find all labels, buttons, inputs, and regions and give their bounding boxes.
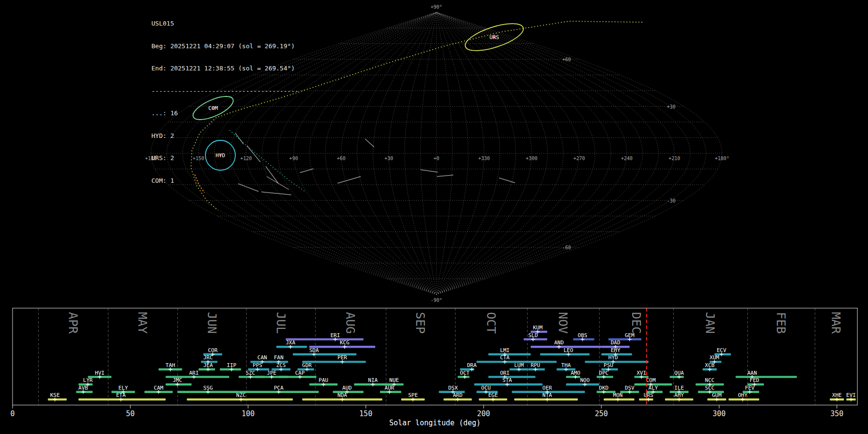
- shower-label: XCB: [705, 362, 715, 368]
- shower-bar: [540, 353, 590, 355]
- meridian-line: [436, 13, 579, 295]
- shower-label: CAN: [258, 354, 267, 361]
- shower-label: NZC: [236, 392, 246, 398]
- shower-label: GUM: [712, 392, 721, 398]
- meridian-line: [294, 13, 436, 295]
- lon-label: +180°: [715, 156, 729, 161]
- shower-label: DSV: [625, 385, 635, 391]
- shower-label: SCC: [705, 385, 715, 391]
- shower-label: FED: [750, 377, 760, 383]
- shower-label: ARD: [453, 392, 462, 398]
- shower-label: IIP: [227, 362, 236, 368]
- shower-label: ELY: [119, 385, 128, 391]
- shower-label: JPE: [267, 370, 276, 376]
- shower-label: NTA: [542, 392, 552, 398]
- month-label: SEP: [413, 312, 427, 334]
- count-urs: URS: 2: [151, 154, 298, 162]
- shower-label: AND: [554, 339, 564, 346]
- shower-label: SZC: [245, 370, 255, 376]
- shower-activity-timeline: Solar longitude (deg) APRMAYJUNJULAUGSEP…: [0, 304, 868, 434]
- month-label: JUL: [274, 312, 288, 334]
- tick-label: 200: [477, 409, 490, 418]
- shower-bar: [566, 383, 599, 385]
- shower-label: DPC: [599, 370, 609, 376]
- shower-label: JXA: [285, 339, 295, 346]
- month-label: JAN: [703, 312, 717, 334]
- meridian-line: [436, 13, 452, 295]
- end-time: End: 20251221 12:38:55 (sol = 269.54°): [151, 65, 298, 72]
- shower-label: SDA: [309, 347, 319, 353]
- meteor-streak: [499, 178, 515, 183]
- shower-label: NCC: [705, 377, 715, 383]
- shower-label: XUM: [710, 354, 719, 361]
- month-label: MAY: [136, 312, 149, 334]
- shower-bar: [309, 346, 375, 348]
- meteor-streak: [300, 169, 313, 173]
- count-com: COM: 1: [151, 177, 298, 185]
- shower-label: KUM: [533, 325, 542, 331]
- month-label: JUN: [205, 312, 219, 334]
- shower-label: AUD: [342, 385, 352, 391]
- separator-line: ---------------------------------------: [151, 87, 298, 95]
- shower-label: LMI: [500, 347, 510, 353]
- lon-label: +0: [434, 156, 439, 161]
- lat-label: +60: [562, 57, 571, 62]
- shower-label: PCA: [274, 385, 284, 391]
- shower-label: PER: [338, 354, 347, 361]
- shower-label: CAP: [295, 370, 305, 376]
- tick-label: 50: [126, 409, 135, 418]
- tick-label: 150: [359, 409, 372, 418]
- shower-label: ILE: [674, 385, 684, 391]
- shower-label: TAH: [165, 362, 175, 368]
- shower-label: AHY: [674, 392, 684, 398]
- meridian-line: [420, 13, 436, 295]
- shower-label: EHY: [610, 347, 620, 353]
- shower-bar: [639, 398, 653, 400]
- month-label: NOV: [556, 312, 570, 334]
- shower-label: OCT: [460, 370, 470, 376]
- shower-label: HYD: [609, 354, 618, 361]
- shower-label: AAN: [747, 370, 757, 376]
- shower-label: EVI: [846, 392, 856, 398]
- shower-label: KSE: [50, 392, 60, 398]
- lon-label: +60: [337, 156, 346, 161]
- shower-label: ZCS: [276, 362, 286, 368]
- shower-bar: [670, 376, 684, 378]
- shower-label: SLD: [528, 332, 538, 339]
- shower-label: SPE: [408, 392, 418, 398]
- month-label: MAR: [829, 312, 843, 334]
- shower-label: OCU: [481, 385, 491, 391]
- shower-label: ERI: [330, 332, 340, 339]
- meteor-streak: [261, 192, 291, 195]
- shower-label: FAN: [274, 354, 284, 361]
- lat-label: -30: [667, 198, 676, 203]
- tick-label: 0: [10, 409, 14, 418]
- meteor-streak: [365, 139, 374, 147]
- lon-label: +300: [526, 156, 537, 161]
- lon-label: +240: [621, 156, 633, 161]
- shower-label: RPU: [530, 362, 540, 368]
- shower-label: NUE: [389, 377, 399, 383]
- shower-label: OHY: [738, 392, 747, 398]
- shower-bar: [524, 338, 547, 340]
- shower-label: XVI: [637, 370, 646, 376]
- meteor-streak: [338, 176, 361, 183]
- shower-label: FEV: [745, 385, 755, 391]
- shower-bar: [566, 376, 580, 378]
- shower-label: ARI: [189, 370, 199, 376]
- shower-bar: [585, 361, 649, 363]
- meridian-line: [357, 13, 437, 295]
- shower-label: SSG: [203, 385, 213, 391]
- shower-label: ETA: [116, 392, 126, 398]
- tick-label: 350: [830, 409, 843, 418]
- shower-label: DSX: [448, 385, 458, 391]
- shower-label: COR: [208, 347, 217, 353]
- shower-label: JRC: [203, 354, 213, 361]
- shower-label: OER: [542, 385, 552, 391]
- tick-label: 250: [595, 409, 608, 418]
- x-axis-title: Solar longitude (deg): [389, 419, 481, 427]
- meridian-line: [436, 13, 675, 295]
- shower-label: GEM: [625, 332, 635, 339]
- lon-label: +30: [384, 156, 393, 161]
- shower-label: THA: [561, 362, 571, 368]
